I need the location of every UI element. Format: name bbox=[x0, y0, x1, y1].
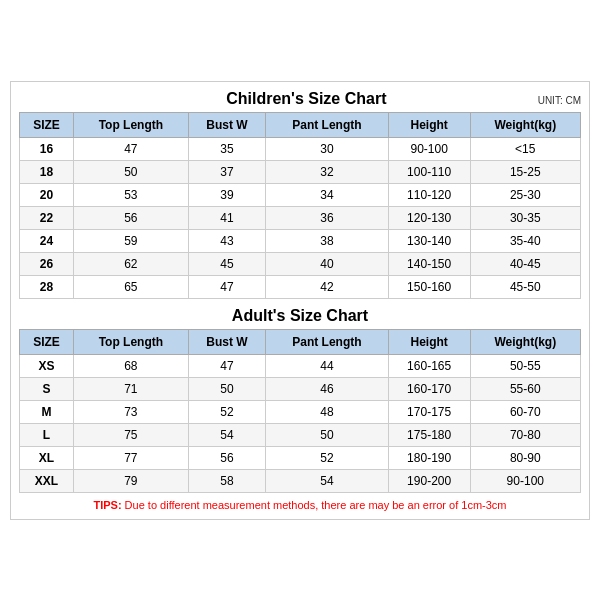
table-cell: 190-200 bbox=[388, 469, 470, 492]
table-cell: 90-100 bbox=[388, 137, 470, 160]
table-cell: 24 bbox=[20, 229, 74, 252]
table-row: M735248170-17560-70 bbox=[20, 400, 581, 423]
table-cell: 47 bbox=[74, 137, 189, 160]
table-cell: 59 bbox=[74, 229, 189, 252]
table-cell: 130-140 bbox=[388, 229, 470, 252]
children-header-bustw: Bust W bbox=[188, 112, 266, 137]
table-cell: 36 bbox=[266, 206, 388, 229]
table-cell: 34 bbox=[266, 183, 388, 206]
table-cell: 160-170 bbox=[388, 377, 470, 400]
table-cell: 45 bbox=[188, 252, 266, 275]
table-cell: 40-45 bbox=[470, 252, 580, 275]
children-chart-title: Children's Size Chart bbox=[79, 90, 534, 108]
table-cell: 53 bbox=[74, 183, 189, 206]
tips-label: TIPS: bbox=[93, 499, 121, 511]
table-cell: 18 bbox=[20, 160, 74, 183]
table-cell: 39 bbox=[188, 183, 266, 206]
children-title-row: Children's Size Chart UNIT: CM bbox=[19, 90, 581, 108]
table-cell: 50 bbox=[188, 377, 266, 400]
table-cell: S bbox=[20, 377, 74, 400]
table-cell: 110-120 bbox=[388, 183, 470, 206]
children-header-size: SIZE bbox=[20, 112, 74, 137]
table-cell: 35-40 bbox=[470, 229, 580, 252]
table-cell: 26 bbox=[20, 252, 74, 275]
table-cell: 58 bbox=[188, 469, 266, 492]
table-cell: 56 bbox=[188, 446, 266, 469]
table-cell: 52 bbox=[188, 400, 266, 423]
table-row: XS684744160-16550-55 bbox=[20, 354, 581, 377]
table-cell: 65 bbox=[74, 275, 189, 298]
table-cell: 80-90 bbox=[470, 446, 580, 469]
table-row: 22564136120-13030-35 bbox=[20, 206, 581, 229]
table-row: XXL795854190-20090-100 bbox=[20, 469, 581, 492]
table-cell: 42 bbox=[266, 275, 388, 298]
table-cell: 170-175 bbox=[388, 400, 470, 423]
table-cell: 120-130 bbox=[388, 206, 470, 229]
table-row: 28654742150-16045-50 bbox=[20, 275, 581, 298]
table-row: L755450175-18070-80 bbox=[20, 423, 581, 446]
table-cell: L bbox=[20, 423, 74, 446]
children-size-table: SIZE Top Length Bust W Pant Length Heigh… bbox=[19, 112, 581, 299]
table-cell: 68 bbox=[74, 354, 189, 377]
children-header-toplength: Top Length bbox=[74, 112, 189, 137]
table-cell: 32 bbox=[266, 160, 388, 183]
adult-header-size: SIZE bbox=[20, 329, 74, 354]
table-cell: 22 bbox=[20, 206, 74, 229]
table-cell: 56 bbox=[74, 206, 189, 229]
table-cell: 30 bbox=[266, 137, 388, 160]
table-cell: 62 bbox=[74, 252, 189, 275]
table-cell: 16 bbox=[20, 137, 74, 160]
adult-header-height: Height bbox=[388, 329, 470, 354]
children-header-row: SIZE Top Length Bust W Pant Length Heigh… bbox=[20, 112, 581, 137]
table-cell: 48 bbox=[266, 400, 388, 423]
table-cell: 37 bbox=[188, 160, 266, 183]
table-cell: 47 bbox=[188, 275, 266, 298]
table-row: 1647353090-100<15 bbox=[20, 137, 581, 160]
table-cell: 44 bbox=[266, 354, 388, 377]
table-cell: 43 bbox=[188, 229, 266, 252]
table-cell: 38 bbox=[266, 229, 388, 252]
table-row: 18503732100-11015-25 bbox=[20, 160, 581, 183]
table-cell: 175-180 bbox=[388, 423, 470, 446]
table-cell: 75 bbox=[74, 423, 189, 446]
table-row: S715046160-17055-60 bbox=[20, 377, 581, 400]
table-cell: 160-165 bbox=[388, 354, 470, 377]
table-cell: 77 bbox=[74, 446, 189, 469]
table-cell: 20 bbox=[20, 183, 74, 206]
adult-header-row: SIZE Top Length Bust W Pant Length Heigh… bbox=[20, 329, 581, 354]
table-cell: XXL bbox=[20, 469, 74, 492]
chart-container: Children's Size Chart UNIT: CM SIZE Top … bbox=[10, 81, 590, 520]
adult-title-row: Adult's Size Chart bbox=[19, 307, 581, 325]
unit-label: UNIT: CM bbox=[538, 95, 581, 106]
table-cell: 60-70 bbox=[470, 400, 580, 423]
table-cell: 41 bbox=[188, 206, 266, 229]
table-cell: <15 bbox=[470, 137, 580, 160]
table-cell: M bbox=[20, 400, 74, 423]
adult-size-table: SIZE Top Length Bust W Pant Length Heigh… bbox=[19, 329, 581, 493]
table-cell: 45-50 bbox=[470, 275, 580, 298]
table-cell: 46 bbox=[266, 377, 388, 400]
table-cell: 150-160 bbox=[388, 275, 470, 298]
table-cell: 71 bbox=[74, 377, 189, 400]
adult-header-pantlength: Pant Length bbox=[266, 329, 388, 354]
adult-header-weight: Weight(kg) bbox=[470, 329, 580, 354]
adult-header-toplength: Top Length bbox=[74, 329, 189, 354]
table-cell: 50 bbox=[74, 160, 189, 183]
table-cell: XL bbox=[20, 446, 74, 469]
table-cell: 180-190 bbox=[388, 446, 470, 469]
children-header-pantlength: Pant Length bbox=[266, 112, 388, 137]
table-cell: 70-80 bbox=[470, 423, 580, 446]
table-cell: 28 bbox=[20, 275, 74, 298]
table-cell: 55-60 bbox=[470, 377, 580, 400]
table-cell: 25-30 bbox=[470, 183, 580, 206]
table-row: 24594338130-14035-40 bbox=[20, 229, 581, 252]
tips-text: Due to different measurement methods, th… bbox=[122, 499, 507, 511]
table-row: XL775652180-19080-90 bbox=[20, 446, 581, 469]
table-cell: 100-110 bbox=[388, 160, 470, 183]
table-row: 26624540140-15040-45 bbox=[20, 252, 581, 275]
table-cell: 40 bbox=[266, 252, 388, 275]
table-cell: 52 bbox=[266, 446, 388, 469]
table-cell: 79 bbox=[74, 469, 189, 492]
table-cell: 47 bbox=[188, 354, 266, 377]
children-header-weight: Weight(kg) bbox=[470, 112, 580, 137]
